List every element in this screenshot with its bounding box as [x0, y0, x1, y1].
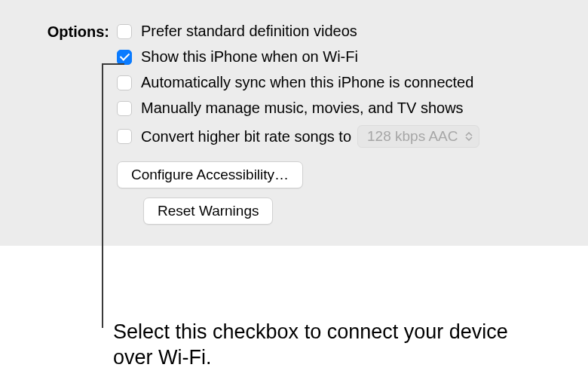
callout-line-vertical: [102, 64, 103, 328]
option-prefer-sd: Prefer standard definition videos: [117, 23, 573, 40]
option-manual-manage: Manually manage music, movies, and TV sh…: [117, 100, 573, 117]
callout-text: Select this checkbox to connect your dev…: [113, 320, 535, 371]
show-iphone-wifi-checkbox[interactable]: [117, 50, 132, 65]
manual-manage-checkbox[interactable]: [117, 101, 132, 116]
prefer-sd-label: Prefer standard definition videos: [141, 23, 357, 40]
option-show-iphone-wifi: Show this iPhone when on Wi-Fi: [117, 48, 573, 66]
option-auto-sync: Automatically sync when this iPhone is c…: [117, 74, 573, 91]
options-panel: Options: Prefer standard definition vide…: [0, 0, 588, 246]
options-list: Prefer standard definition videos Show t…: [117, 23, 573, 225]
options-section-label: Options:: [30, 23, 117, 41]
manual-manage-label: Manually manage music, movies, and TV sh…: [141, 100, 464, 117]
configure-accessibility-button[interactable]: Configure Accessibility…: [117, 161, 303, 188]
chevron-up-down-icon: [465, 132, 473, 141]
convert-bitrate-checkbox[interactable]: [117, 129, 132, 144]
bitrate-dropdown-value: 128 kbps AAC: [367, 128, 458, 145]
reset-warnings-button[interactable]: Reset Warnings: [143, 198, 273, 225]
prefer-sd-checkbox[interactable]: [117, 24, 132, 39]
show-iphone-wifi-label: Show this iPhone when on Wi-Fi: [141, 48, 358, 66]
option-convert-bitrate: Convert higher bit rate songs to 128 kbp…: [117, 125, 573, 148]
convert-bitrate-label: Convert higher bit rate songs to: [141, 128, 351, 145]
bitrate-dropdown[interactable]: 128 kbps AAC: [357, 125, 479, 148]
auto-sync-label: Automatically sync when this iPhone is c…: [141, 74, 473, 91]
auto-sync-checkbox[interactable]: [117, 75, 132, 90]
callout-line-horizontal: [102, 63, 124, 65]
